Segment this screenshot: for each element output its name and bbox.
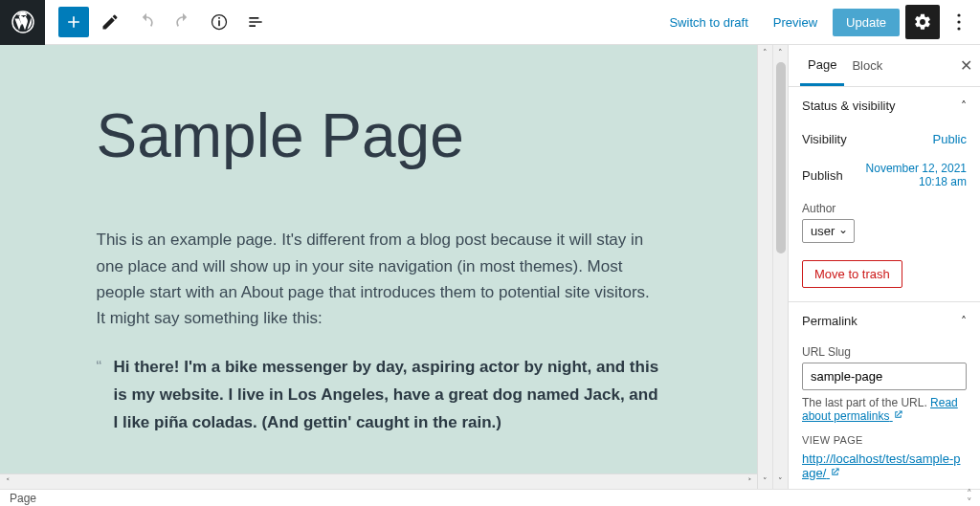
list-view-icon[interactable]	[240, 7, 271, 37]
author-select[interactable]: user	[802, 219, 855, 243]
svg-point-5	[957, 20, 960, 23]
switch-to-draft-button[interactable]: Switch to draft	[659, 10, 757, 35]
page-scroll-arrows-icon[interactable]: ˄˅	[967, 490, 970, 506]
info-icon[interactable]	[204, 7, 234, 37]
canvas-vertical-scrollbar[interactable]: ˄ ˅	[757, 45, 772, 489]
publish-label: Publish	[802, 168, 843, 183]
author-label: Author	[802, 202, 967, 215]
quote-block[interactable]: Hi there! I'm a bike messenger by day, a…	[97, 354, 661, 437]
close-sidebar-icon[interactable]: ✕	[960, 56, 972, 75]
scroll-up-arrow-icon[interactable]: ˄	[778, 45, 783, 60]
scroll-right-arrow-icon[interactable]: ˃	[742, 477, 757, 487]
edit-mode-icon[interactable]	[95, 7, 125, 37]
external-link-icon	[893, 409, 903, 420]
visibility-label: Visibility	[802, 132, 847, 146]
visibility-row: Visibility Public	[789, 124, 980, 154]
scroll-down-arrow-icon[interactable]: ˅	[778, 473, 783, 489]
status-text: Page	[10, 492, 36, 505]
editor-main: Sample Page This is an example page. It'…	[0, 45, 980, 489]
preview-button[interactable]: Preview	[764, 10, 827, 35]
url-slug-label: URL Slug	[802, 345, 967, 359]
more-options-icon[interactable]	[946, 5, 972, 39]
scroll-up-arrow-icon[interactable]: ˄	[763, 45, 768, 60]
editor-top-toolbar: Switch to draft Preview Update	[0, 0, 980, 45]
move-to-trash-button[interactable]: Move to trash	[802, 260, 902, 288]
svg-point-6	[957, 27, 960, 30]
scroll-left-arrow-icon[interactable]: ˂	[0, 477, 15, 487]
publish-value[interactable]: November 12, 2021 10:18 am	[843, 162, 967, 188]
panel-status-visibility: Status & visibility ˄ Visibility Public …	[789, 87, 980, 302]
url-slug-input[interactable]	[802, 363, 967, 390]
editor-canvas[interactable]: Sample Page This is an example page. It'…	[0, 45, 757, 473]
panel-header-permalink[interactable]: Permalink ˄	[789, 302, 980, 340]
post-title[interactable]: Sample Page	[97, 102, 661, 169]
settings-sidebar: ˄ ˅ Page Block ✕ Status & visibility ˄ V…	[772, 45, 980, 489]
add-block-button[interactable]	[58, 7, 89, 37]
sidebar-tabs: Page Block ✕	[789, 45, 980, 87]
paragraph-block[interactable]: This is an example page. It's different …	[97, 227, 661, 331]
visibility-value[interactable]: Public	[933, 132, 967, 146]
browser-status-bar: Page ˄˅	[0, 489, 980, 506]
page-url-link[interactable]: http://localhost/test/sample-page/	[802, 451, 960, 480]
sidebar-scrollbar[interactable]: ˄ ˅	[773, 45, 789, 489]
redo-icon	[167, 7, 198, 37]
scroll-down-arrow-icon[interactable]: ˅	[763, 473, 768, 489]
toolbar-right-group: Switch to draft Preview Update	[659, 5, 972, 39]
publish-row: Publish November 12, 2021 10:18 am	[789, 154, 980, 196]
panel-title: Permalink	[802, 314, 858, 328]
wordpress-logo[interactable]	[0, 0, 45, 45]
chevron-up-icon: ˄	[961, 315, 967, 328]
chevron-up-icon: ˄	[961, 99, 967, 113]
external-link-icon	[830, 466, 840, 476]
undo-icon	[131, 7, 162, 37]
canvas-horizontal-scrollbar[interactable]: ˂ ˃	[0, 473, 757, 489]
panel-permalink: Permalink ˄ URL Slug The last part of th…	[789, 302, 980, 489]
panel-header-status[interactable]: Status & visibility ˄	[789, 87, 980, 124]
permalink-helper-text: The last part of the URL. Read about per…	[802, 396, 967, 423]
tab-page[interactable]: Page	[800, 46, 844, 86]
toolbar-left-group	[0, 0, 271, 45]
editor-canvas-wrapper: Sample Page This is an example page. It'…	[0, 45, 772, 489]
svg-point-4	[957, 13, 960, 16]
update-button[interactable]: Update	[833, 9, 900, 36]
settings-gear-icon[interactable]	[905, 5, 940, 39]
view-page-label: VIEW PAGE	[802, 434, 967, 446]
page-content: Sample Page This is an example page. It'…	[68, 45, 690, 456]
scrollbar-thumb[interactable]	[776, 62, 786, 253]
svg-rect-3	[218, 17, 220, 19]
tab-block[interactable]: Block	[844, 47, 890, 84]
helper-prefix: The last part of the URL.	[802, 396, 930, 409]
svg-rect-2	[218, 20, 220, 26]
author-row: Author user	[789, 196, 980, 254]
panel-title: Status & visibility	[802, 99, 896, 113]
